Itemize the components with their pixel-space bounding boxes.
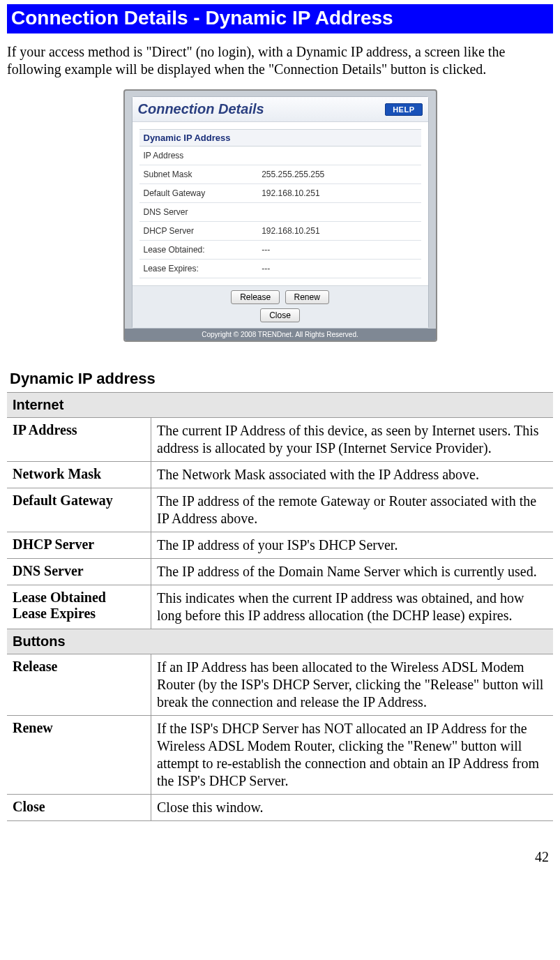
screenshot-footer: Copyright © 2008 TRENDnet. All Rights Re…: [125, 329, 436, 340]
table-row: Network MaskThe Network Mask associated …: [7, 462, 553, 488]
term: DHCP Server: [7, 532, 151, 559]
row-value: 255.255.255.255: [257, 165, 421, 184]
table-row: ReleaseIf an IP Address has been allocat…: [7, 654, 553, 716]
intro-paragraph: If your access method is "Direct" (no lo…: [7, 43, 553, 78]
section-header-row: Internet: [7, 393, 553, 418]
release-button[interactable]: Release: [231, 290, 280, 304]
table-row: IP Address: [139, 147, 421, 165]
table-row: Default Gateway192.168.10.251: [139, 184, 421, 203]
definition: The IP address of the remote Gateway or …: [151, 488, 554, 532]
row-value: 192.168.10.251: [257, 184, 421, 203]
section-header: Buttons: [7, 629, 553, 654]
definition: The IP address of your ISP's DHCP Server…: [151, 532, 554, 559]
row-value: ---: [257, 260, 421, 278]
row-value: [257, 203, 421, 222]
table-row: DNS ServerThe IP address of the Domain N…: [7, 559, 553, 585]
row-value: ---: [257, 241, 421, 260]
definition: The current IP Address of this device, a…: [151, 418, 554, 462]
row-value: 192.168.10.251: [257, 222, 421, 241]
definition: This indicates when the current IP addre…: [151, 585, 554, 629]
table-row: DHCP ServerThe IP address of your ISP's …: [7, 532, 553, 559]
table-row: DHCP Server192.168.10.251: [139, 222, 421, 241]
renew-button[interactable]: Renew: [285, 290, 329, 304]
screenshot-window: Connection Details HELP Dynamic IP Addre…: [123, 89, 437, 342]
screenshot-title: Connection Details: [138, 101, 264, 117]
table-row: Lease Obtained:---: [139, 241, 421, 260]
page-number: 42: [7, 849, 553, 865]
term: Release: [7, 654, 151, 716]
subheading: Dynamic IP address: [10, 370, 553, 388]
close-button[interactable]: Close: [260, 308, 300, 322]
term: Lease Obtained Lease Expires: [7, 585, 151, 629]
description-table: Internet IP AddressThe current IP Addres…: [7, 392, 553, 821]
row-label: DNS Server: [139, 203, 258, 222]
help-button[interactable]: HELP: [385, 103, 422, 116]
screenshot-section-title: Dynamic IP Address: [139, 129, 421, 147]
page-title: Connection Details - Dynamic IP Address: [7, 4, 553, 33]
definition: The IP address of the Domain Name Server…: [151, 559, 554, 585]
table-row: RenewIf the ISP's DHCP Server has NOT al…: [7, 716, 553, 795]
row-label: Subnet Mask: [139, 165, 258, 184]
term: Renew: [7, 716, 151, 795]
screenshot-data-table: IP Address Subnet Mask255.255.255.255 De…: [139, 147, 421, 278]
row-label: DHCP Server: [139, 222, 258, 241]
table-row: IP AddressThe current IP Address of this…: [7, 418, 553, 462]
definition: The Network Mask associated with the IP …: [151, 462, 554, 488]
term: DNS Server: [7, 559, 151, 585]
screenshot-container: Connection Details HELP Dynamic IP Addre…: [7, 89, 553, 342]
table-row: Subnet Mask255.255.255.255: [139, 165, 421, 184]
table-row: Lease Expires:---: [139, 260, 421, 278]
term: Default Gateway: [7, 488, 151, 532]
row-label: Default Gateway: [139, 184, 258, 203]
row-value: [257, 147, 421, 165]
term: IP Address: [7, 418, 151, 462]
row-label: IP Address: [139, 147, 258, 165]
definition: Close this window.: [151, 795, 554, 821]
term: Network Mask: [7, 462, 151, 488]
section-header-row: Buttons: [7, 629, 553, 654]
definition: If the ISP's DHCP Server has NOT allocat…: [151, 716, 554, 795]
table-row: Lease Obtained Lease ExpiresThis indicat…: [7, 585, 553, 629]
table-row: CloseClose this window.: [7, 795, 553, 821]
row-label: Lease Obtained:: [139, 241, 258, 260]
table-row: DNS Server: [139, 203, 421, 222]
definition: If an IP Address has been allocated to t…: [151, 654, 554, 716]
table-row: Default GatewayThe IP address of the rem…: [7, 488, 553, 532]
term: Close: [7, 795, 151, 821]
row-label: Lease Expires:: [139, 260, 258, 278]
section-header: Internet: [7, 393, 553, 418]
